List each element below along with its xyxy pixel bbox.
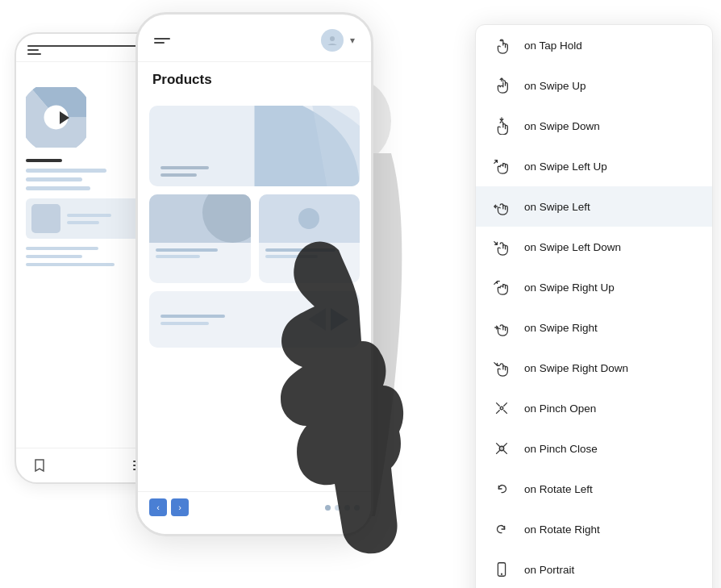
- header-right: ▾: [321, 29, 355, 52]
- products-title: Products: [152, 72, 212, 87]
- heart-icon: ♡: [26, 72, 152, 84]
- dropdown-item-swipe-right-down[interactable]: on Swipe Right Down: [476, 348, 712, 388]
- svg-point-7: [499, 446, 504, 451]
- svg-point-6: [500, 407, 503, 410]
- nav-right-btn[interactable]: ›: [171, 498, 189, 516]
- svg-point-5: [501, 40, 502, 42]
- gesture-label-swipe-right-down: on Swipe Right Down: [524, 362, 628, 374]
- gesture-label-swipe-right-up: on Swipe Right Up: [524, 281, 615, 294]
- hamburger-bg-icon: [27, 45, 151, 55]
- gesture-label-swipe-left: on Swipe Left: [524, 201, 590, 213]
- dropdown-item-rotate-right[interactable]: on Rotate Right: [476, 509, 712, 549]
- grid-card-1: [149, 194, 251, 283]
- scene: ♡: [0, 0, 721, 588]
- swipe-up-icon: [490, 74, 513, 97]
- dropdown-item-portrait[interactable]: on Portrait: [476, 549, 712, 588]
- pie-chart: [26, 87, 86, 148]
- nav-arrows: ‹ ›: [149, 498, 189, 516]
- gesture-label-swipe-left-up: on Swipe Left Up: [524, 161, 607, 173]
- portrait-icon: [490, 558, 513, 581]
- swipe-down-icon: [490, 115, 513, 137]
- svg-point-4: [330, 36, 335, 41]
- dropdown-item-tap-hold[interactable]: on Tap Hold: [476, 25, 712, 65]
- gesture-label-swipe-left-down: on Swipe Left Down: [524, 241, 621, 253]
- gesture-label-pinch-close: on Pinch Close: [524, 443, 598, 455]
- pinch-close-icon: [490, 437, 513, 460]
- gesture-label-swipe-down: on Swipe Down: [524, 120, 600, 132]
- rotate-right-icon: [490, 518, 513, 540]
- gesture-label-pinch-open: on Pinch Open: [524, 402, 596, 415]
- dropdown-item-pinch-close[interactable]: on Pinch Close: [476, 428, 712, 469]
- rotate-left-icon: [490, 477, 513, 500]
- phone-main-header: ▾: [138, 15, 371, 62]
- swipe-right-icon: [490, 316, 513, 339]
- gesture-label-swipe-right: on Swipe Right: [524, 322, 598, 334]
- dropdown-item-swipe-left-up[interactable]: on Swipe Left Up: [476, 146, 712, 186]
- gesture-label-rotate-left: on Rotate Left: [524, 483, 593, 495]
- gesture-label-portrait: on Portrait: [524, 564, 574, 576]
- dropdown-item-swipe-down[interactable]: on Swipe Down: [476, 106, 712, 146]
- top-banner-card: [149, 106, 360, 186]
- swipe-left-icon: [490, 195, 513, 218]
- nav-left-btn[interactable]: ‹: [149, 498, 167, 516]
- hand-silhouette: [250, 226, 427, 565]
- swipe-left-down-icon: [490, 236, 513, 258]
- more-lines: [26, 247, 152, 266]
- swipe-right-up-icon: [490, 276, 513, 298]
- dropdown-item-swipe-up[interactable]: on Swipe Up: [476, 65, 712, 106]
- gesture-label-rotate-right: on Rotate Right: [524, 523, 600, 536]
- dropdown-item-swipe-left[interactable]: on Swipe Left: [476, 186, 712, 227]
- dropdown-item-pinch-open[interactable]: on Pinch Open: [476, 388, 712, 428]
- pie-chart-area: [26, 87, 152, 148]
- swipe-left-up-icon: [490, 155, 513, 177]
- dropdown-item-swipe-right-up[interactable]: on Swipe Right Up: [476, 267, 712, 307]
- dropdown-item-rotate-left[interactable]: on Rotate Left: [476, 469, 712, 509]
- avatar: [321, 29, 344, 52]
- dropdown-item-swipe-right[interactable]: on Swipe Right: [476, 307, 712, 348]
- dropdown-item-swipe-left-down[interactable]: on Swipe Left Down: [476, 227, 712, 267]
- gesture-label-swipe-up: on Swipe Up: [524, 80, 586, 92]
- gesture-label-tap-hold: on Tap Hold: [524, 40, 582, 52]
- dropdown-panel: on Tap Hold on Swipe Up on Swipe Down on…: [475, 24, 713, 588]
- pinch-open-icon: [490, 397, 513, 419]
- chevron-down-icon: ▾: [350, 35, 355, 46]
- bg-text-lines: [26, 159, 152, 190]
- products-title-area: Products: [138, 62, 371, 94]
- hamburger-main-icon: [154, 38, 170, 44]
- bookmark-icon: [32, 458, 47, 473]
- swipe-right-down-icon: [490, 357, 513, 379]
- small-card: [26, 198, 152, 239]
- tap-hold-icon: [490, 34, 513, 56]
